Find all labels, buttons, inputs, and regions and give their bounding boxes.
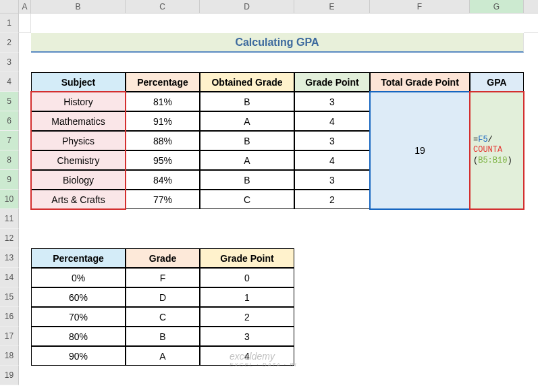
- header-gradepoint[interactable]: Grade Point: [294, 72, 370, 92]
- lookup-cell[interactable]: 60%: [31, 287, 126, 307]
- lookup-cell[interactable]: F: [126, 268, 200, 287]
- lookup-header-pct[interactable]: Percentage: [31, 248, 126, 268]
- row-15[interactable]: 15: [0, 287, 19, 307]
- cell-grade[interactable]: B: [200, 131, 294, 150]
- lookup-header-gp[interactable]: Grade Point: [200, 248, 294, 268]
- row-1[interactable]: 1: [0, 13, 19, 33]
- cell-pct[interactable]: 88%: [126, 131, 200, 150]
- cell-gp[interactable]: 4: [294, 150, 370, 170]
- cell-gpa-formula[interactable]: =F5/COUNTA(B5:B10): [470, 92, 524, 209]
- cell-pct[interactable]: 81%: [126, 92, 200, 111]
- col-E[interactable]: E: [294, 0, 370, 13]
- cell-grade[interactable]: C: [200, 190, 294, 209]
- row-2[interactable]: 2: [0, 33, 19, 53]
- row-6[interactable]: 6: [0, 111, 19, 131]
- row-11[interactable]: 11: [0, 209, 19, 229]
- row-18[interactable]: 18: [0, 346, 19, 366]
- lookup-cell[interactable]: 0: [200, 268, 294, 287]
- col-F[interactable]: F: [370, 0, 470, 13]
- cell-subject[interactable]: Physics: [31, 131, 126, 150]
- column-headers: A B C D E F G: [0, 0, 538, 13]
- cell-grade[interactable]: A: [200, 150, 294, 170]
- lookup-header-grade[interactable]: Grade: [126, 248, 200, 268]
- row-10[interactable]: 10: [0, 190, 19, 209]
- row-14[interactable]: 14: [0, 268, 19, 287]
- cell-grade[interactable]: A: [200, 111, 294, 131]
- header-obtained[interactable]: Obtained Grade: [200, 72, 294, 92]
- lookup-cell[interactable]: D: [126, 287, 200, 307]
- cell-pct[interactable]: 95%: [126, 150, 200, 170]
- row-7[interactable]: 7: [0, 131, 19, 150]
- header-gpa[interactable]: GPA: [470, 72, 524, 92]
- lookup-cell[interactable]: C: [126, 307, 200, 327]
- lookup-cell[interactable]: 2: [200, 307, 294, 327]
- lookup-cell[interactable]: 3: [200, 327, 294, 346]
- row-19[interactable]: 19: [0, 366, 19, 385]
- cell-gp[interactable]: 3: [294, 92, 370, 111]
- cell-pct[interactable]: 91%: [126, 111, 200, 131]
- title-cell[interactable]: Calculating GPA: [31, 33, 524, 53]
- header-total[interactable]: Total Grade Point: [370, 72, 470, 92]
- lookup-cell[interactable]: 1: [200, 287, 294, 307]
- lookup-cell[interactable]: A: [126, 346, 200, 366]
- spreadsheet: A B C D E F G 1 2 3 4 5 6 7 8 9 10 11 12…: [0, 0, 538, 392]
- empty-cell[interactable]: [524, 13, 538, 33]
- cell-gp[interactable]: 4: [294, 111, 370, 131]
- col-A[interactable]: A: [19, 0, 31, 13]
- lookup-cell[interactable]: B: [126, 327, 200, 346]
- lookup-cell[interactable]: 70%: [31, 307, 126, 327]
- lookup-cell[interactable]: 90%: [31, 346, 126, 366]
- cell-subject[interactable]: Chemistry: [31, 150, 126, 170]
- formula-text: =F5/COUNTA(B5:B10): [473, 135, 512, 167]
- cell-subject[interactable]: History: [31, 92, 126, 111]
- lookup-cell[interactable]: 0%: [31, 268, 126, 287]
- row-12[interactable]: 12: [0, 229, 19, 248]
- cell-gp[interactable]: 3: [294, 170, 370, 190]
- watermark: exceldemy EXCEL · DATA · BI: [230, 351, 298, 368]
- header-subject[interactable]: Subject: [31, 72, 126, 92]
- col-B[interactable]: B: [31, 0, 126, 13]
- row-5[interactable]: 5: [0, 92, 19, 111]
- lookup-cell[interactable]: 80%: [31, 327, 126, 346]
- row-8[interactable]: 8: [0, 150, 19, 170]
- watermark-brand: exceldemy: [230, 351, 275, 362]
- cell-gp[interactable]: 2: [294, 190, 370, 209]
- col-G[interactable]: G: [470, 0, 524, 13]
- watermark-sub: EXCEL · DATA · BI: [230, 362, 298, 368]
- select-all-corner[interactable]: [0, 0, 19, 13]
- cell-pct[interactable]: 84%: [126, 170, 200, 190]
- row-9[interactable]: 9: [0, 170, 19, 190]
- row-13[interactable]: 13: [0, 248, 19, 268]
- cell-subject[interactable]: Arts & Crafts: [31, 190, 126, 209]
- col-D[interactable]: D: [200, 0, 294, 13]
- empty-cell[interactable]: [19, 13, 31, 33]
- row-4[interactable]: 4: [0, 72, 19, 92]
- cell-total-gp[interactable]: 19: [370, 92, 470, 209]
- row-17[interactable]: 17: [0, 327, 19, 346]
- cell-subject[interactable]: Biology: [31, 170, 126, 190]
- cell-subject[interactable]: Mathematics: [31, 111, 126, 131]
- cell-pct[interactable]: 77%: [126, 190, 200, 209]
- row-16[interactable]: 16: [0, 307, 19, 327]
- row-3[interactable]: 3: [0, 53, 19, 72]
- cell-grade[interactable]: B: [200, 92, 294, 111]
- row-headers: 1 2 3 4 5 6 7 8 9 10 11 12 13 14 15 16 1…: [0, 13, 19, 385]
- cell-gp[interactable]: 3: [294, 131, 370, 150]
- header-percentage[interactable]: Percentage: [126, 72, 200, 92]
- col-C[interactable]: C: [126, 0, 200, 13]
- cell-grade[interactable]: B: [200, 170, 294, 190]
